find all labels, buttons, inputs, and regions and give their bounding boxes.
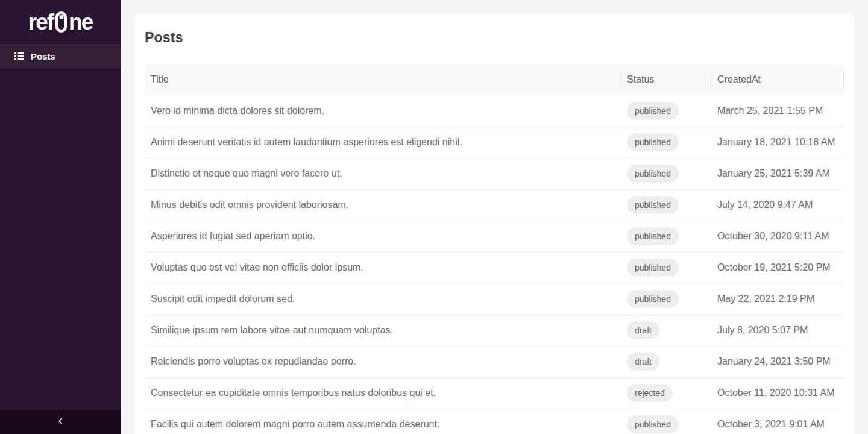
post-status-cell: published <box>621 252 711 283</box>
logo-area: ref ne <box>0 0 121 44</box>
post-createdat-cell: July 14, 2020 9:47 AM <box>711 189 844 221</box>
sidebar-item-label: Posts <box>31 51 55 61</box>
sidebar: ref ne Posts <box>0 0 121 434</box>
sidebar-menu: Posts <box>0 44 121 68</box>
post-title-cell: Animi deserunt veritatis id autem laudan… <box>145 127 621 158</box>
logo-text-post: ne <box>69 11 92 33</box>
status-badge: draft <box>627 353 659 371</box>
status-badge: published <box>627 133 679 151</box>
logo-i-pill-icon <box>55 11 67 33</box>
column-header-status: Status <box>621 64 711 95</box>
post-title-cell: Similique ipsum rem labore vitae aut num… <box>145 315 621 346</box>
post-createdat-cell: October 11, 2020 10:31 AM <box>711 377 844 409</box>
post-createdat-cell: January 24, 2021 3:50 PM <box>711 346 844 377</box>
chevron-left-icon <box>57 417 64 427</box>
post-status-cell: published <box>621 95 711 127</box>
status-badge: published <box>627 290 679 308</box>
post-title-cell: Voluptas quo est vel vitae non officiis … <box>145 252 621 283</box>
post-title-cell: Facilis qui autem dolorem magni porro au… <box>145 409 621 434</box>
post-createdat-cell: January 25, 2021 5:39 AM <box>711 158 844 189</box>
post-createdat-cell: July 8, 2020 5:07 PM <box>711 315 844 346</box>
page-title: Posts <box>145 28 844 46</box>
table-row: Suscipit odit impedit dolorum sed. publi… <box>145 283 844 315</box>
table-row: Similique ipsum rem labore vitae aut num… <box>145 315 844 346</box>
status-badge: published <box>627 415 679 433</box>
post-status-cell: published <box>621 221 711 252</box>
main-content: Posts Title Status CreatedAt Vero id min… <box>121 0 868 434</box>
table-row: Vero id minima dicta dolores sit dolorem… <box>145 95 844 127</box>
posts-table: Title Status CreatedAt Vero id minima di… <box>145 64 844 434</box>
unordered-list-icon <box>14 51 24 61</box>
table-row: Reiciendis porro voluptas ex repudiandae… <box>145 346 844 377</box>
post-title-cell: Suscipit odit impedit dolorum sed. <box>145 283 621 315</box>
table-row: Minus debitis odit omnis provident labor… <box>145 189 844 221</box>
post-status-cell: draft <box>621 346 711 377</box>
table-body: Vero id minima dicta dolores sit dolorem… <box>145 95 844 434</box>
post-createdat-cell: October 30, 2020 9:11 AM <box>711 221 844 252</box>
table-row: Voluptas quo est vel vitae non officiis … <box>145 252 844 283</box>
table-row: Asperiores id fugiat sed aperiam optio. … <box>145 221 844 252</box>
post-createdat-cell: May 22, 2021 2:19 PM <box>711 283 844 315</box>
column-header-createdat: CreatedAt <box>711 64 844 95</box>
sidebar-item-posts[interactable]: Posts <box>0 44 121 68</box>
post-status-cell: rejected <box>621 377 711 409</box>
post-createdat-cell: October 19, 2021 5:20 PM <box>711 252 844 283</box>
posts-card: Posts Title Status CreatedAt Vero id min… <box>135 14 854 434</box>
status-badge: published <box>627 259 679 277</box>
post-title-cell: Asperiores id fugiat sed aperiam optio. <box>145 221 621 252</box>
logo-i-dot <box>59 15 63 19</box>
post-createdat-cell: March 25, 2021 1:55 PM <box>711 95 844 127</box>
post-title-cell: Distinctio et neque quo magni vero facer… <box>145 158 621 189</box>
post-status-cell: published <box>621 158 711 189</box>
status-badge: published <box>627 165 679 183</box>
post-title-cell: Vero id minima dicta dolores sit dolorem… <box>145 95 621 127</box>
post-title-cell: Consectetur ea cupiditate omnis temporib… <box>145 377 621 409</box>
table-row: Animi deserunt veritatis id autem laudan… <box>145 127 844 158</box>
status-badge: draft <box>627 321 659 339</box>
table-row: Consectetur ea cupiditate omnis temporib… <box>145 377 844 409</box>
status-badge: rejected <box>627 384 673 402</box>
status-badge: published <box>627 102 679 120</box>
post-title-cell: Reiciendis porro voluptas ex repudiandae… <box>145 346 621 377</box>
refine-logo[interactable]: ref ne <box>28 11 93 33</box>
sidebar-collapse-button[interactable] <box>0 410 121 434</box>
status-badge: published <box>627 227 679 245</box>
post-status-cell: published <box>621 283 711 315</box>
post-title-cell: Minus debitis odit omnis provident labor… <box>145 189 621 221</box>
table-row: Facilis qui autem dolorem magni porro au… <box>145 409 844 434</box>
post-createdat-cell: January 18, 2021 10:18 AM <box>711 127 844 158</box>
logo-text-pre: ref <box>28 11 53 33</box>
table-row: Distinctio et neque quo magni vero facer… <box>145 158 844 189</box>
post-createdat-cell: October 3, 2021 9:01 AM <box>711 409 844 434</box>
column-header-title: Title <box>145 64 621 95</box>
post-status-cell: draft <box>621 315 711 346</box>
status-badge: published <box>627 196 679 214</box>
post-status-cell: published <box>621 189 711 221</box>
post-status-cell: published <box>621 127 711 158</box>
post-status-cell: published <box>621 409 711 434</box>
table-header: Title Status CreatedAt <box>145 64 844 95</box>
